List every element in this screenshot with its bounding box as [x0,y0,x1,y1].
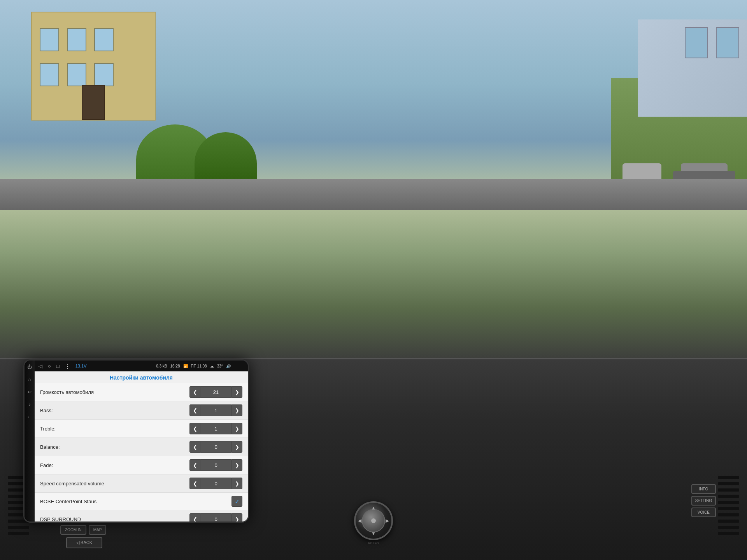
increment-btn-5[interactable]: ❯ [231,478,242,489]
setting-control-2: ❮1❯ [189,423,242,434]
setting-control-1: ❮1❯ [189,404,242,416]
vent-right [718,476,739,534]
data-label: 0.3 kB [156,364,167,368]
nav-back-btn[interactable]: ◁ [39,363,42,369]
voice-button[interactable]: VOICE [691,508,716,517]
screen-side-buttons: ⏻ ⌂ ↩ ♪ ← [25,360,35,522]
setting-control-7: ❮0❯ [189,513,242,522]
increment-btn-4[interactable]: ❯ [231,459,242,471]
checkbox-6[interactable]: ✓ [231,496,242,507]
building-window [40,63,59,86]
dashboard: △ ZOOM OUT MENU ZOOM IN MAP ▲ ▼ ◀ ▶ [0,358,747,560]
knob-up-arrow: ▲ [371,505,376,511]
vent-slit [718,520,739,523]
signal-icon: 📶 [183,364,188,368]
setting-button[interactable]: SETTING [691,496,716,506]
car-2 [622,163,661,181]
decrement-btn-2[interactable]: ❮ [189,423,200,434]
decrement-btn-1[interactable]: ❮ [189,404,200,416]
setting-control-0: ❮21❯ [189,386,242,398]
music-side-btn[interactable]: ♪ [28,402,31,407]
setting-row-1: Bass:❮1❯ [35,401,248,420]
nav-knob-container: ▲ ▼ ◀ ▶ ENTER [354,501,393,544]
knob-left-arrow: ◀ [358,518,361,523]
weather-icon: ☁ [210,364,214,368]
nav-dots-btn[interactable]: ⋮ [65,363,70,369]
vent-slit [718,495,739,498]
setting-row-6: BOSE CenterPoint Staus✓ [35,493,248,510]
settings-list: Громкость автомобиля❮21❯Bass:❮1❯Treble:❮… [35,383,248,522]
date-display: ПТ 11.08 [191,364,207,368]
setting-label-0: Громкость автомобиля [40,389,189,395]
setting-control-6: ✓ [231,496,242,507]
vent-slit [718,488,739,492]
right-control-buttons: INFO SETTING VOICE [691,484,716,517]
zoom-in-label: ZOOM IN [65,528,82,532]
bottom-left-buttons-2: ZOOM IN MAP [60,525,106,535]
decrement-btn-7[interactable]: ❮ [189,513,200,522]
time-display: 16:28 [170,364,180,368]
right-window-2 [685,27,708,58]
building-window [94,63,114,86]
value-display-3: 0 [200,441,231,453]
back-side-btn[interactable]: ↩ [28,389,32,395]
setting-row-5: Speed compensated volume❮0❯ [35,474,248,493]
info-button[interactable]: INFO [691,484,716,494]
status-bar: ◁ ○ □ ⋮ 13.1V 0.3 kB 16:28 📶 ПТ 11.08 ☁ … [35,360,248,371]
setting-row-0: Громкость автомобиля❮21❯ [35,383,248,401]
decrement-btn-3[interactable]: ❮ [189,441,200,453]
increment-btn-2[interactable]: ❯ [231,423,242,434]
building-window [94,28,114,51]
app-content: Настройки автомобиля Громкость автомобил… [35,371,248,522]
vent-slit [718,532,739,535]
value-display-1: 1 [200,404,231,416]
nav-knob[interactable]: ▲ ▼ ◀ ▶ [354,501,393,540]
vent-slit [718,507,739,510]
map-button[interactable]: MAP [89,525,107,535]
value-display-2: 1 [200,423,231,434]
vent-slit [718,513,739,516]
right-window-1 [716,27,739,58]
nav-square-btn[interactable]: □ [56,363,60,369]
setting-label-2: Treble: [40,426,189,432]
vent-slit [718,526,739,529]
voice-label: VOICE [698,510,710,514]
value-display-7: 0 [200,513,231,522]
value-display-0: 21 [200,386,231,398]
enter-label: ENTER [354,541,393,544]
vent-slit [718,476,739,479]
map-label: MAP [93,528,102,532]
increment-btn-3[interactable]: ❯ [231,441,242,453]
building-window [40,28,59,51]
status-bar-center: 0.3 kB 16:28 📶 ПТ 11.08 ☁ 33° 🔊 [143,364,244,368]
setting-label-3: Balance: [40,444,189,450]
home-side-btn[interactable]: ⌂ [28,377,31,382]
vent-slit [8,526,29,529]
value-display-4: 0 [200,459,231,471]
vent-slit [718,501,739,504]
setting-label-6: BOSE CenterPoint Staus [40,499,231,504]
increment-btn-7[interactable]: ❯ [231,513,242,522]
setting-label-5: Speed compensated volume [40,481,189,486]
increment-btn-0[interactable]: ❯ [231,386,242,398]
app-title: Настройки автомобиля [35,371,248,383]
temp-display: 33° [217,364,223,368]
decrement-btn-0[interactable]: ❮ [189,386,200,398]
voltage-display: 13.1V [75,364,87,368]
setting-control-4: ❮0❯ [189,459,242,471]
nav-home-btn[interactable]: ○ [48,363,51,369]
volume-icon: 🔊 [226,364,231,368]
setting-row-2: Treble:❮1❯ [35,420,248,438]
setting-control-5: ❮0❯ [189,478,242,489]
background-building [31,12,156,121]
power-side-btn[interactable]: ⏻ [27,364,32,370]
back-button[interactable]: ◁ BACK [66,537,102,548]
decrement-btn-4[interactable]: ❮ [189,459,200,471]
arrow-side-btn[interactable]: ← [27,414,32,420]
decrement-btn-5[interactable]: ❮ [189,478,200,489]
zoom-in-button[interactable]: ZOOM IN [60,525,86,535]
android-screen: ◁ ○ □ ⋮ 13.1V 0.3 kB 16:28 📶 ПТ 11.08 ☁ … [35,360,248,522]
vent-slit [8,532,29,535]
setting-control-3: ❮0❯ [189,441,242,453]
increment-btn-1[interactable]: ❯ [231,404,242,416]
